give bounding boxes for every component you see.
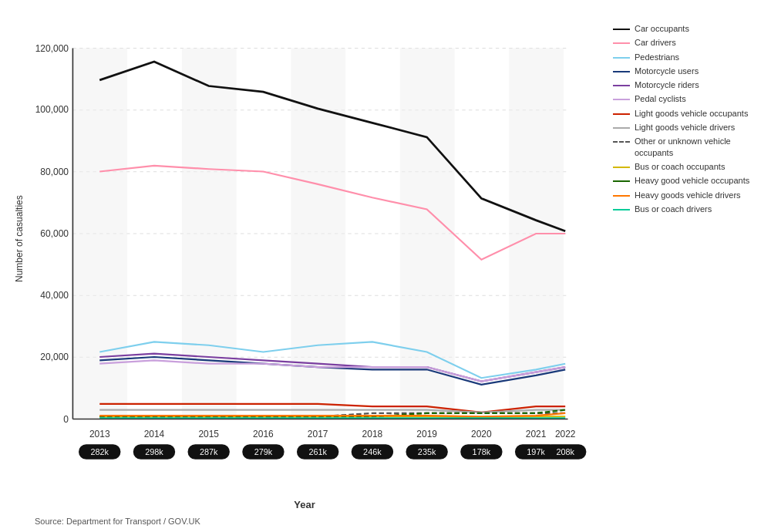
legend-label: Motorcycle users [635, 66, 699, 76]
legend-label: Pedestrians [635, 52, 679, 62]
legend-item: Pedestrians [613, 52, 759, 62]
legend-line [613, 71, 630, 72]
legend-item: Bus or coach occupants [613, 161, 759, 172]
legend-label: Car drivers [635, 37, 676, 48]
legend-item: Light goods vehicle drivers [613, 122, 759, 133]
legend-label: Light goods vehicle drivers [635, 122, 735, 133]
legend-label: Light goods vehicle occupants [635, 108, 748, 119]
legend-label: Other or unknown vehicle occupants [635, 136, 759, 158]
legend-line [613, 57, 630, 59]
legend-label: Heavy goods vehicle drivers [635, 190, 741, 200]
chart-container: Number of casualties [0, 0, 771, 532]
svg-rect-10 [400, 49, 455, 419]
legend-line [613, 141, 630, 143]
legend-item: Car occupants [613, 23, 759, 34]
legend-item: Pedal cyclists [613, 93, 759, 104]
y-axis-label: Number of casualties [8, 15, 31, 463]
legend-line [613, 29, 630, 30]
plot-area: 0 20,000 40,000 60,000 80,000 100,000 12… [31, 23, 601, 463]
legend-line [613, 85, 630, 86]
legend-label: Heavy good vehicle occupants [635, 175, 749, 186]
svg-text:208k: 208k [556, 447, 574, 456]
legend-item: Motorcycle users [613, 66, 759, 76]
legend-line [613, 42, 630, 44]
svg-text:235k: 235k [418, 447, 436, 456]
svg-text:2018: 2018 [362, 429, 383, 439]
svg-text:2015: 2015 [198, 429, 219, 439]
svg-text:80,000: 80,000 [40, 167, 69, 177]
svg-text:2021: 2021 [526, 429, 547, 439]
svg-text:2016: 2016 [253, 429, 274, 439]
svg-text:2022: 2022 [555, 429, 576, 439]
legend-label: Bus or coach drivers [635, 204, 712, 214]
svg-text:120,000: 120,000 [35, 43, 69, 54]
svg-text:2014: 2014 [144, 429, 165, 439]
svg-text:298k: 298k [145, 447, 163, 456]
legend-item: Heavy goods vehicle drivers [613, 190, 759, 200]
svg-text:2017: 2017 [308, 429, 328, 439]
legend-item: Heavy good vehicle occupants [613, 175, 759, 186]
legend-line [613, 99, 630, 100]
svg-text:279k: 279k [254, 447, 273, 456]
legend-item: Light goods vehicle occupants [613, 108, 759, 119]
svg-text:282k: 282k [90, 447, 109, 456]
svg-text:60,000: 60,000 [40, 228, 69, 239]
svg-text:261k: 261k [308, 447, 327, 456]
legend-label: Car occupants [635, 23, 689, 34]
legend-line [613, 209, 630, 210]
legend-label: Pedal cyclists [635, 93, 686, 104]
svg-text:40,000: 40,000 [40, 290, 69, 301]
legend-line [613, 127, 630, 129]
legend-line [613, 195, 630, 197]
legend-item: Other or unknown vehicle occupants [613, 136, 759, 158]
x-axis-title: Year [0, 499, 609, 510]
legend-line [613, 167, 630, 168]
legend-item: Motorcycle riders [613, 79, 759, 90]
legend-item: Bus or coach drivers [613, 204, 759, 214]
legend-line [613, 180, 630, 182]
svg-text:2019: 2019 [416, 429, 437, 439]
svg-text:0: 0 [63, 414, 69, 425]
svg-text:178k: 178k [473, 447, 491, 456]
legend-label: Bus or coach occupants [635, 161, 725, 172]
svg-text:246k: 246k [363, 447, 382, 456]
svg-text:287k: 287k [200, 447, 218, 456]
legend-item: Car drivers [613, 37, 759, 48]
svg-text:2013: 2013 [89, 429, 110, 439]
legend-label: Motorcycle riders [635, 79, 699, 90]
svg-text:20,000: 20,000 [40, 352, 69, 362]
legend-line [613, 113, 630, 115]
source-text: Source: Department for Transport / GOV.U… [35, 517, 200, 526]
svg-text:2020: 2020 [471, 429, 492, 439]
svg-text:100,000: 100,000 [35, 104, 69, 115]
svg-text:197k: 197k [527, 447, 545, 456]
chart-svg: 0 20,000 40,000 60,000 80,000 100,000 12… [31, 23, 601, 463]
chart-legend: Car occupantsCar driversPedestriansMotor… [601, 15, 763, 463]
